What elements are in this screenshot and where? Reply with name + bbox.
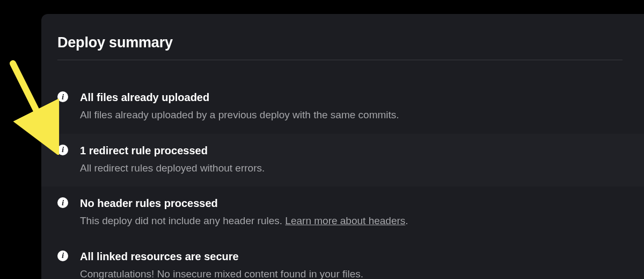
- item-description: Congratulations! No insecure mixed conte…: [80, 267, 628, 280]
- summary-item-files-uploaded: i All files already uploaded All files a…: [41, 81, 644, 134]
- info-icon: i: [57, 91, 68, 102]
- summary-item-header-rules: i No header rules processed This deploy …: [41, 187, 644, 240]
- item-title: All linked resources are secure: [80, 249, 628, 263]
- info-icon: i: [57, 251, 68, 261]
- info-icon: i: [57, 145, 68, 155]
- info-icon: i: [57, 197, 68, 208]
- learn-more-headers-link[interactable]: Learn more about headers: [285, 215, 405, 226]
- item-body: All files already uploaded All files alr…: [80, 90, 628, 123]
- section-title: Deploy summary: [57, 34, 623, 60]
- item-body: 1 redirect rule processed All redirect r…: [80, 144, 628, 176]
- item-description: All files already uploaded by a previous…: [80, 108, 628, 123]
- summary-items-list: i All files already uploaded All files a…: [57, 81, 644, 279]
- item-body: No header rules processed This deploy di…: [80, 196, 628, 229]
- item-description: All redirect rules deployed without erro…: [80, 161, 628, 176]
- summary-item-secure-resources: i All linked resources are secure Congra…: [41, 240, 644, 280]
- deploy-summary-panel: Deploy summary i All files already uploa…: [41, 14, 644, 279]
- item-description: This deploy did not include any header r…: [80, 213, 628, 229]
- summary-item-redirect-rule: i 1 redirect rule processed All redirect…: [41, 134, 644, 187]
- item-title: 1 redirect rule processed: [80, 144, 628, 158]
- item-body: All linked resources are secure Congratu…: [80, 249, 628, 280]
- item-title: All files already uploaded: [80, 90, 628, 104]
- item-title: No header rules processed: [80, 196, 628, 210]
